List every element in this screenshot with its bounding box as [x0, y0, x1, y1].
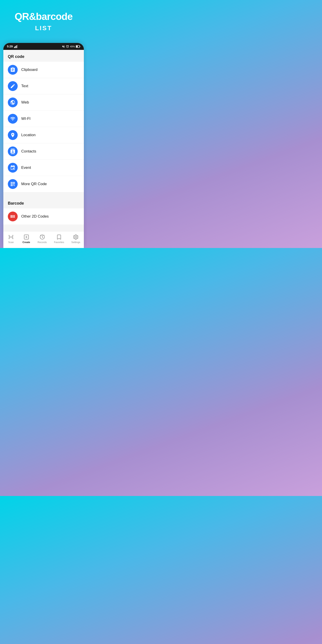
bottom-nav: Scan Create Rec [3, 231, 84, 248]
records-icon [39, 234, 45, 240]
event-label: Event [21, 166, 31, 170]
scan-nav-icon [8, 234, 14, 240]
nav-create[interactable]: Create [20, 233, 33, 244]
svg-rect-6 [80, 46, 80, 47]
app-title-main: QR&barcode [7, 11, 80, 22]
qr-list: Clipboard Text Web [3, 62, 84, 192]
svg-rect-2 [16, 46, 17, 48]
barcode-list: Other 2D Codes [3, 208, 84, 224]
svg-rect-1 [15, 46, 16, 48]
favorites-nav-label: Favorites [54, 241, 64, 244]
list-item-event[interactable]: Event [3, 160, 84, 176]
signal-icon [14, 45, 18, 48]
barcode-icon-bg [8, 212, 18, 222]
scan-nav-label: Scan [8, 241, 14, 244]
phone-container: 5:29 49% [3, 43, 84, 248]
event-icon [10, 165, 16, 170]
clipboard-label: Clipboard [21, 68, 38, 72]
text-icon [10, 84, 16, 89]
settings-nav-label: Settings [71, 241, 80, 244]
status-bar: 5:29 49% [3, 43, 84, 50]
contacts-icon-bg [8, 146, 18, 156]
favorites-nav-icon [56, 234, 62, 240]
section-header-qr: QR code [3, 50, 84, 62]
create-nav-icon [24, 234, 29, 240]
contacts-icon [10, 149, 16, 154]
nav-favorites[interactable]: Favorites [51, 233, 67, 244]
clipboard-icon [10, 67, 16, 72]
contacts-label: Contacts [21, 149, 36, 154]
status-left: 5:29 [7, 45, 18, 48]
list-item-wifi[interactable]: WI-FI [3, 111, 84, 127]
location-label: Location [21, 133, 36, 137]
wifi-icon [10, 116, 16, 122]
more-qr-icon-bg [8, 179, 18, 189]
web-icon-bg [8, 98, 18, 107]
list-item-web[interactable]: Web [3, 94, 84, 111]
barcode-icon [10, 214, 16, 219]
list-item-text[interactable]: Text [3, 78, 84, 94]
create-icon [24, 234, 29, 240]
svg-rect-3 [17, 45, 18, 48]
event-icon-bg [8, 163, 18, 173]
svg-rect-0 [14, 47, 15, 48]
content-scroll[interactable]: QR code Clipboard Text [3, 50, 84, 231]
list-item-other-2d[interactable]: Other 2D Codes [3, 208, 84, 224]
status-time: 5:29 [7, 45, 13, 48]
more-qr-icon [10, 181, 16, 187]
nav-scan[interactable]: Scan [4, 233, 18, 244]
nav-settings[interactable]: Settings [69, 233, 83, 244]
battery-text: 49% [70, 45, 75, 48]
app-title-sub: LIST [7, 24, 80, 32]
section-header-barcode: Barcode [3, 196, 84, 208]
wifi-label: WI-FI [21, 116, 31, 121]
bottom-padding [3, 224, 84, 229]
battery-icon [76, 45, 80, 48]
mute-icon [62, 45, 65, 48]
list-item-clipboard[interactable]: Clipboard [3, 62, 84, 78]
web-label: Web [21, 100, 29, 105]
section-gap [3, 192, 84, 196]
web-icon [10, 100, 16, 105]
list-item-more-qr[interactable]: More QR Code [3, 176, 84, 192]
wifi-icon-bg [8, 114, 18, 124]
list-item-location[interactable]: Location [3, 127, 84, 143]
scan-icon [8, 234, 14, 240]
svg-rect-5 [76, 46, 78, 47]
create-nav-label: Create [22, 241, 30, 244]
nav-records[interactable]: Records [35, 233, 50, 244]
header: QR&barcode LIST [0, 0, 87, 38]
records-nav-icon [39, 234, 45, 240]
status-right: 49% [62, 45, 80, 48]
more-qr-label: More QR Code [21, 182, 47, 186]
settings-nav-icon [73, 234, 79, 240]
records-nav-label: Records [38, 241, 47, 244]
settings-icon [73, 234, 79, 240]
list-item-contacts[interactable]: Contacts [3, 143, 84, 160]
location-icon [10, 132, 16, 138]
text-icon-bg [8, 81, 18, 91]
clipboard-icon-bg [8, 65, 18, 75]
alarm-icon [66, 45, 69, 48]
other-2d-label: Other 2D Codes [21, 214, 49, 219]
text-label: Text [21, 84, 28, 88]
favorites-icon [56, 234, 62, 240]
location-icon-bg [8, 130, 18, 140]
